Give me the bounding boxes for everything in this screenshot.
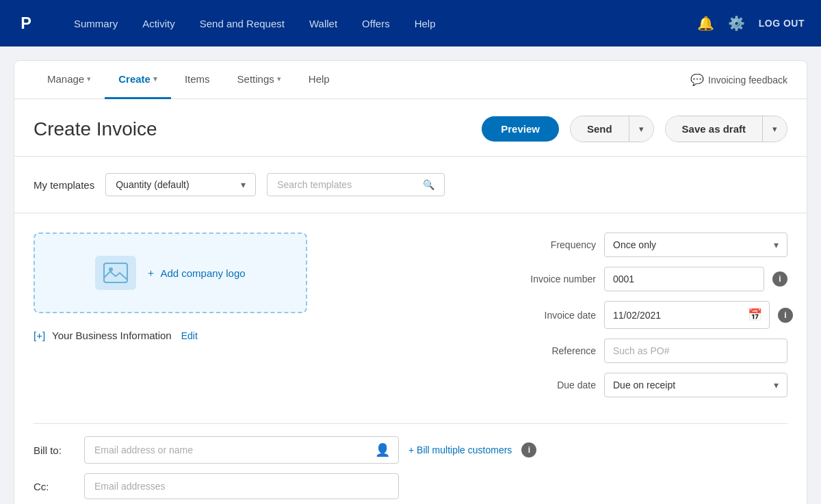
due-date-label: Due date (514, 380, 596, 390)
tabs-bar: Manage ▾ Create ▾ Items Settings ▾ Help … (14, 61, 807, 99)
bell-icon: 🔔 (697, 15, 714, 31)
svg-point-3 (109, 267, 113, 271)
invoice-date-label: Invoice date (514, 310, 596, 321)
invoice-date-input[interactable] (605, 304, 741, 327)
reference-input[interactable] (604, 339, 787, 363)
content-area: ＋ Add company logo [+] Your Business Inf… (14, 213, 807, 407)
person-icon: 👤 (367, 437, 398, 463)
templates-label: My templates (34, 179, 94, 191)
notification-bell-button[interactable]: 🔔 (697, 15, 714, 31)
due-date-row: Due date Due on receipt ▾ (514, 373, 787, 397)
template-search-box: 🔍 (267, 173, 445, 196)
frequency-value: Once only (613, 239, 768, 250)
save-draft-button[interactable]: Save as draft (666, 116, 762, 142)
chevron-down-icon: ▾ (772, 124, 777, 134)
invoice-number-label: Invoice number (514, 274, 596, 284)
bill-to-input-wrap: 👤 (84, 436, 399, 464)
right-panel: Frequency Once only ▾ Invoice number i I… (514, 233, 787, 407)
expand-icon: [+] (34, 330, 45, 341)
invoice-number-info-icon[interactable]: i (772, 271, 787, 287)
chevron-down-icon: ▾ (774, 380, 779, 390)
cc-label: Cc: (34, 481, 75, 492)
invoicing-feedback-link[interactable]: 💬 Invoicing feedback (690, 73, 787, 86)
nav-send-request[interactable]: Send and Request (189, 12, 296, 35)
invoice-date-input-wrap: 📅 (604, 301, 770, 329)
reference-row: Reference (514, 339, 787, 363)
business-info-label: Your Business Information (52, 330, 172, 341)
logout-button[interactable]: LOG OUT (759, 18, 805, 29)
invoice-date-info-icon[interactable]: i (778, 308, 793, 323)
svg-text:P: P (21, 14, 31, 32)
invoice-number-input[interactable] (604, 267, 764, 291)
comment-icon: 💬 (690, 73, 704, 86)
plus-icon: ＋ (146, 267, 156, 280)
chevron-down-icon: ▾ (277, 75, 281, 83)
nav-help[interactable]: Help (404, 12, 447, 35)
bill-to-row: Bill to: 👤 + Bill multiple customers i (34, 436, 787, 464)
business-edit-link[interactable]: Edit (181, 330, 198, 341)
bill-multiple-link[interactable]: + Bill multiple customers (408, 445, 512, 455)
templates-row: My templates Quantity (default) ▾ 🔍 (14, 157, 807, 213)
nav-activity[interactable]: Activity (131, 12, 186, 35)
frequency-row: Frequency Once only ▾ (514, 233, 787, 257)
left-panel: ＋ Add company logo [+] Your Business Inf… (34, 233, 486, 407)
bill-to-info-icon[interactable]: i (521, 442, 536, 457)
nav-offers[interactable]: Offers (351, 12, 401, 35)
tab-create[interactable]: Create ▾ (105, 61, 171, 99)
nav-summary[interactable]: Summary (63, 12, 129, 35)
navbar: P Summary Activity Send and Request Wall… (0, 0, 821, 47)
image-placeholder-icon (95, 256, 136, 290)
reference-label: Reference (514, 345, 596, 356)
template-selected-value: Quantity (default) (116, 179, 235, 190)
chevron-down-icon: ▾ (87, 75, 91, 83)
add-logo-label: ＋ Add company logo (146, 267, 245, 280)
bill-to-label: Bill to: (34, 445, 75, 456)
frequency-label: Frequency (514, 239, 596, 250)
template-select-dropdown[interactable]: Quantity (default) ▾ (105, 173, 256, 196)
gear-icon: ⚙️ (728, 15, 745, 31)
main-container: Manage ▾ Create ▾ Items Settings ▾ Help … (14, 60, 807, 504)
invoice-date-row: Invoice date 📅 i (514, 301, 787, 329)
calendar-icon[interactable]: 📅 (741, 302, 769, 328)
chevron-down-icon: ▾ (153, 75, 157, 83)
cc-row: Cc: (34, 473, 787, 499)
save-draft-button-group: Save as draft ▾ (665, 116, 787, 142)
send-dropdown-button[interactable]: ▾ (629, 116, 653, 142)
nav-links: Summary Activity Send and Request Wallet… (63, 12, 697, 35)
due-date-value: Due on receipt (613, 380, 768, 390)
tab-items[interactable]: Items (171, 61, 224, 99)
settings-button[interactable]: ⚙️ (728, 15, 745, 31)
due-date-select[interactable]: Due on receipt ▾ (604, 373, 787, 397)
tab-help[interactable]: Help (295, 61, 343, 99)
navbar-right: 🔔 ⚙️ LOG OUT (697, 15, 805, 31)
invoice-number-row: Invoice number i (514, 267, 787, 291)
bill-to-input[interactable] (85, 438, 367, 462)
chevron-down-icon: ▾ (241, 179, 246, 190)
page-header: Create Invoice Preview Send ▾ Save as dr… (14, 99, 807, 157)
save-draft-dropdown-button[interactable]: ▾ (762, 116, 787, 142)
svg-rect-2 (104, 263, 127, 282)
chevron-down-icon: ▾ (639, 124, 644, 134)
tab-manage[interactable]: Manage ▾ (34, 61, 105, 99)
logo-upload-area[interactable]: ＋ Add company logo (34, 233, 307, 313)
tab-settings[interactable]: Settings ▾ (224, 61, 295, 99)
page-title: Create Invoice (34, 118, 471, 140)
business-info-row: [+] Your Business Information Edit (34, 330, 486, 341)
navbar-logo: P (16, 11, 41, 36)
send-button-group: Send ▾ (570, 116, 654, 142)
preview-button[interactable]: Preview (482, 116, 559, 142)
send-button[interactable]: Send (571, 116, 629, 142)
bill-to-section: Bill to: 👤 + Bill multiple customers i C… (14, 407, 807, 499)
frequency-select[interactable]: Once only ▾ (604, 233, 787, 257)
chevron-down-icon: ▾ (774, 239, 779, 250)
cc-input[interactable] (84, 473, 399, 499)
search-templates-input[interactable] (277, 179, 417, 190)
nav-wallet[interactable]: Wallet (298, 12, 348, 35)
search-icon: 🔍 (423, 179, 434, 190)
